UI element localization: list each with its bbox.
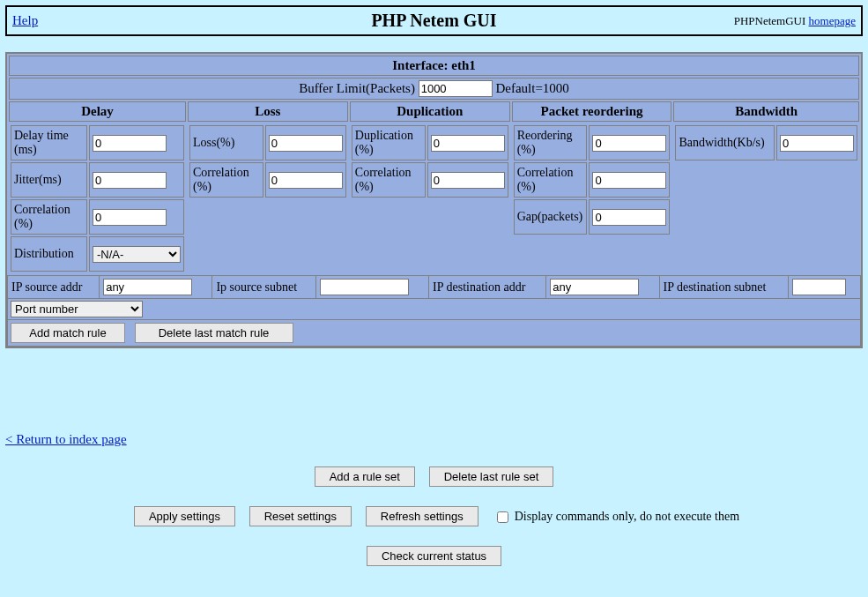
apply-settings-button[interactable]: Apply settings [134, 506, 235, 526]
delete-last-rule-set-button[interactable]: Delete last rule set [429, 466, 554, 487]
ip-dst-addr-label: IP destination addr [429, 276, 546, 299]
ip-dst-subnet-label: IP destination subnet [659, 276, 789, 299]
buffer-limit-row: Buffer Limit(Packets) Default=1000 [9, 78, 859, 100]
check-status-button[interactable]: Check current status [367, 546, 501, 566]
return-index-link[interactable]: < Return to index page [5, 432, 863, 447]
buffer-default-label: Default=1000 [495, 81, 568, 95]
buffer-limit-input[interactable] [419, 80, 493, 97]
refresh-settings-button[interactable]: Refresh settings [366, 506, 479, 526]
header-bandwidth: Bandwidth [673, 101, 859, 122]
loss-corr-label: Correlation (%) [189, 162, 263, 198]
header-duplication: Duplication [350, 101, 510, 122]
add-match-rule-button[interactable]: Add match rule [11, 323, 125, 343]
header-reordering: Packet reordering [512, 101, 672, 122]
ip-src-subnet-input[interactable] [320, 279, 409, 295]
delay-time-input[interactable] [93, 135, 167, 152]
loss-input[interactable] [269, 135, 343, 152]
loss-label: Loss(%) [189, 125, 263, 160]
display-only-checkbox[interactable] [497, 511, 508, 523]
bandwidth-label: Bandwidth(Kb/s) [675, 125, 775, 160]
gap-label: Gap(packets) [514, 199, 588, 235]
distribution-label: Distribution [11, 236, 87, 272]
gap-input[interactable] [592, 209, 666, 226]
interface-title: Interface: eth1 [9, 56, 859, 76]
duplication-input[interactable] [431, 135, 505, 152]
bandwidth-input[interactable] [780, 135, 854, 152]
header-bar: Help PHP Netem GUI PHPNetemGUI homepage [5, 5, 863, 36]
port-number-select[interactable]: Port number [11, 301, 143, 317]
match-rule-table: IP source addr Ip source subnet IP desti… [7, 275, 861, 347]
ip-src-subnet-label: Ip source subnet [212, 276, 315, 299]
distribution-select[interactable]: -N/A- [93, 246, 181, 263]
jitter-input[interactable] [93, 172, 167, 189]
dup-corr-label: Correlation (%) [352, 162, 426, 198]
help-link[interactable]: Help [12, 13, 38, 27]
jitter-label: Jitter(ms) [11, 162, 87, 198]
delay-corr-input[interactable] [93, 209, 167, 226]
reordering-label: Reordering (%) [514, 125, 588, 160]
delay-corr-label: Correlation (%) [11, 199, 87, 235]
homepage-link[interactable]: homepage [809, 14, 856, 27]
reordering-input[interactable] [592, 135, 666, 152]
ip-src-addr-input[interactable] [103, 279, 192, 295]
loss-corr-input[interactable] [269, 172, 343, 189]
ip-src-addr-label: IP source addr [8, 276, 100, 299]
header-loss: Loss [188, 101, 348, 122]
reset-settings-button[interactable]: Reset settings [249, 506, 352, 526]
reorder-corr-input[interactable] [592, 172, 666, 189]
bottom-actions: Add a rule set Delete last rule set Appl… [5, 463, 863, 570]
delay-time-label: Delay time (ms) [11, 125, 87, 160]
display-only-label: Display commands only, do not execute th… [515, 510, 739, 523]
reorder-corr-label: Correlation (%) [514, 162, 588, 198]
ip-dst-subnet-input[interactable] [792, 279, 846, 295]
ip-dst-addr-input[interactable] [550, 279, 639, 295]
product-name: PHPNetemGUI [734, 14, 809, 27]
header-delay: Delay [9, 101, 186, 122]
page-title: PHP Netem GUI [223, 11, 645, 31]
interface-settings-table: Interface: eth1 Buffer Limit(Packets) De… [5, 52, 863, 348]
dup-corr-input[interactable] [431, 172, 505, 189]
buffer-limit-label: Buffer Limit(Packets) [299, 81, 415, 95]
delete-last-match-rule-button[interactable]: Delete last match rule [135, 323, 293, 343]
duplication-label: Duplication (%) [352, 125, 426, 160]
add-rule-set-button[interactable]: Add a rule set [315, 466, 415, 487]
